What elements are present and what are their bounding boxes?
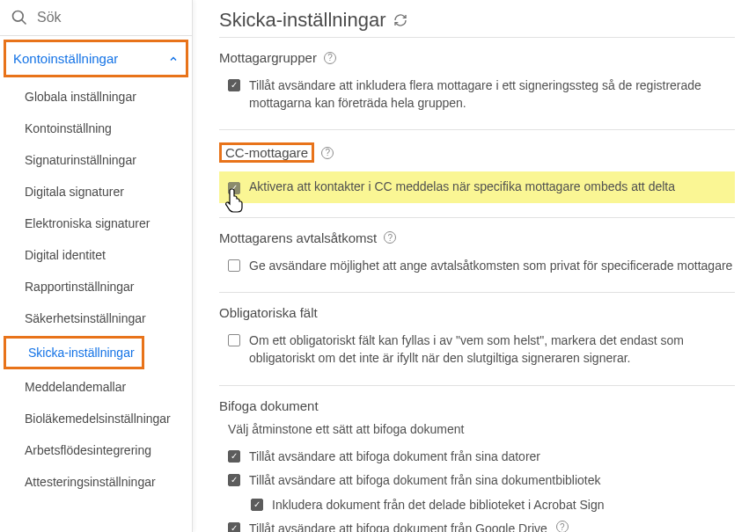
option-label: Tillåt avsändare att inkludera flera mot…: [249, 77, 735, 112]
checkbox-bifoga-delade[interactable]: [251, 499, 263, 511]
help-icon[interactable]: ?: [324, 52, 336, 64]
section-bifoga: Bifoga dokument Välj åtminstone ett sätt…: [219, 385, 735, 532]
section-obligatoriska: Obligatoriska fält Om ett obligatoriskt …: [219, 292, 735, 384]
sidebar-section-header[interactable]: Kontoinställningar: [4, 40, 188, 77]
sidebar-item[interactable]: Kontoinställning: [0, 113, 192, 144]
checkbox-mottagargrupper[interactable]: [228, 79, 240, 91]
option-label: Om ett obligatoriskt fält kan fyllas i a…: [249, 332, 735, 367]
sidebar-item[interactable]: Bioläkemedelsinställningar: [0, 403, 192, 434]
section-title: CC-mottagare: [225, 145, 308, 160]
main-content: Skicka-inställningar Mottagargrupper ? T…: [193, 0, 756, 532]
chevron-up-icon: [168, 54, 179, 64]
section-cc-mottagare: CC-mottagare ? Aktivera att kontakter i …: [219, 129, 735, 217]
help-icon[interactable]: ?: [321, 147, 334, 159]
sidebar-item[interactable]: Arbetsflödesintegrering: [0, 434, 192, 466]
page-title-text: Skicka-inställningar: [219, 9, 386, 32]
checkbox-cc-aktivera[interactable]: [228, 182, 240, 194]
checkbox-avtalsatkomst[interactable]: [228, 259, 240, 272]
sidebar-item[interactable]: Säkerhetsinställningar: [0, 302, 192, 334]
option-label: Aktivera att kontakter i CC meddelas när…: [249, 179, 675, 196]
section-title: Bifoga dokument: [219, 398, 319, 413]
section-avtalsatkomst: Mottagarens avtalsåtkomst ? Ge avsändare…: [219, 217, 735, 293]
help-icon[interactable]: ?: [384, 231, 396, 244]
option-label: Tillåt avsändare att bifoga dokument frå…: [249, 472, 601, 490]
sidebar-item[interactable]: Attesteringsinställningar: [0, 466, 192, 498]
option-label: Tillåt avsändare att bifoga dokument frå…: [249, 521, 547, 532]
section-intro: Välj åtminstone ett sätt att bifoga doku…: [228, 422, 735, 436]
sidebar-item[interactable]: Signaturinställningar: [0, 144, 192, 176]
refresh-icon[interactable]: [393, 13, 407, 27]
sidebar-item[interactable]: Rapportinställningar: [0, 271, 192, 302]
section-mottagargrupper: Mottagargrupper ? Tillåt avsändare att i…: [219, 37, 735, 129]
checkbox-bifoga-datorer[interactable]: [228, 450, 240, 463]
option-label: Inkludera dokument från det delade bibli…: [272, 497, 604, 514]
sidebar-item[interactable]: Digitala signaturer: [0, 176, 192, 208]
option-label: Ge avsändare möjlighet att ange avtalsåt…: [249, 258, 732, 275]
section-title: Mottagargrupper: [219, 50, 317, 65]
help-icon[interactable]: ?: [556, 521, 569, 532]
highlighted-title-box: CC-mottagare: [219, 142, 314, 163]
sidebar-item[interactable]: Digital identitet: [0, 239, 192, 271]
search-input[interactable]: [37, 10, 181, 26]
sidebar-item[interactable]: Elektroniska signaturer: [0, 208, 192, 239]
svg-point-0: [13, 11, 24, 22]
checkbox-bifoga-gdrive[interactable]: [228, 522, 240, 532]
section-title: Mottagarens avtalsåtkomst: [219, 230, 377, 245]
sidebar-item[interactable]: Meddelandemallar: [0, 371, 192, 403]
page-title: Skicka-inställningar: [219, 9, 735, 32]
highlighted-option: Aktivera att kontakter i CC meddelas när…: [219, 171, 735, 203]
sidebar-item[interactable]: Skicka-inställningar: [4, 336, 144, 369]
search-box[interactable]: [0, 0, 192, 36]
sidebar-item[interactable]: Globala inställningar: [0, 81, 192, 113]
sidebar-nav-list: Globala inställningarKontoinställningSig…: [0, 81, 192, 532]
svg-line-1: [22, 20, 26, 25]
sidebar-section-label: Kontoinställningar: [13, 51, 118, 66]
section-title: Obligatoriska fält: [219, 305, 318, 320]
search-icon: [11, 9, 28, 26]
checkbox-bifoga-bibliotek[interactable]: [228, 474, 240, 486]
option-label: Tillåt avsändare att bifoga dokument frå…: [249, 448, 540, 466]
checkbox-obligatoriska[interactable]: [228, 334, 240, 346]
